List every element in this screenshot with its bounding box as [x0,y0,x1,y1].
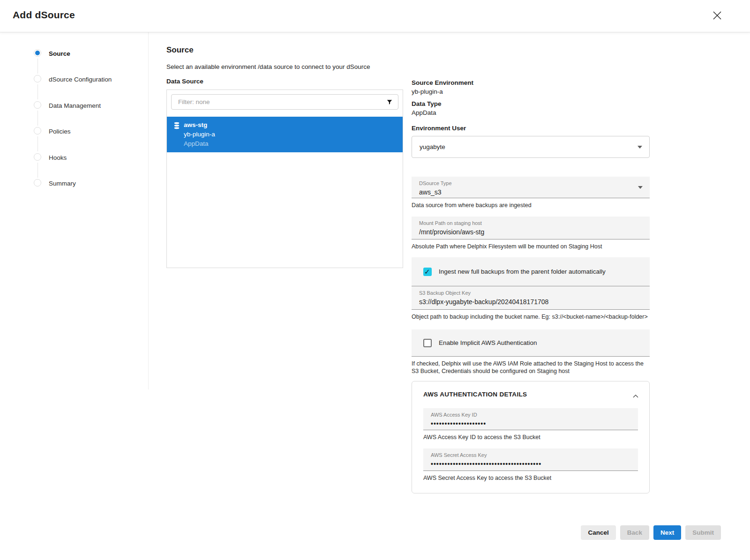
environment-user-value: yugabyte [420,143,445,150]
implicit-auth-label: Enable Implicit AWS Authentication [439,339,537,346]
aws-secret-key-value: •••••••••••••••••••••••••••••••••••••••• [431,460,619,468]
step-dot-icon [34,101,41,109]
mount-path-label: Mount Path on staging host [419,220,631,226]
source-step-content: Source Select an available environment /… [166,45,403,268]
s3-backup-key-value: s3://dlpx-yugabyte-backup/20240418171708 [419,298,631,306]
step-dot-icon [34,153,41,161]
data-type-field: Data Type AppData [412,100,650,117]
mount-path-input[interactable]: Mount Path on staging host /mnt/provisio… [412,217,650,239]
dsource-type-select[interactable]: DSource Type aws_s3 [412,177,650,198]
implicit-auth-checkbox[interactable] [423,339,432,347]
close-icon[interactable] [712,10,723,21]
data-source-item-aws-stg[interactable]: aws-stg yb-plugin-a AppData [167,117,403,152]
page-title: Source [166,45,403,55]
next-button[interactable]: Next [653,525,681,540]
wizard-sidebar: Source dSource Configuration Data Manage… [0,32,149,389]
mount-path-helper: Absolute Path where Delphix Filesystem w… [412,243,650,250]
data-source-label: Data Source [166,78,403,85]
dsource-type-value: aws_s3 [419,188,631,196]
aws-secret-key-input[interactable]: AWS Secret Access Key ••••••••••••••••••… [423,448,638,471]
aws-auth-heading: AWS AUTHENTICATION DETAILS [423,391,638,398]
dialog-title: Add dSource [13,9,75,21]
source-environment-label: Source Environment [412,79,650,87]
data-source-item-type: AppData [184,140,215,148]
filter-funnel-icon[interactable] [386,99,393,107]
s3-backup-key-input[interactable]: S3 Backup Object Key s3://dlpx-yugabyte-… [412,286,650,310]
step-label: Policies [49,128,71,135]
aws-access-key-label: AWS Access Key ID [431,412,619,418]
dialog-footer: Cancel Back Next Submit [581,525,721,540]
step-hooks[interactable]: Hooks [34,153,112,179]
step-dot-icon [34,127,41,134]
ingest-backups-checkbox[interactable] [423,268,432,276]
chevron-down-icon [638,146,642,149]
step-source[interactable]: Source [34,49,112,75]
page-subtitle: Select an available environment /data so… [166,63,403,70]
aws-secret-key-helper: AWS Secret Access Key to access the S3 B… [423,474,638,482]
aws-access-key-helper: AWS Access Key ID to access the S3 Bucke… [423,433,638,441]
add-dsource-dialog: Add dSource Source dSource Configuration… [0,0,750,560]
step-dot-icon [34,179,41,187]
dsource-type-helper: Data source from where backups are inges… [412,202,650,209]
step-label: Hooks [49,154,67,161]
aws-access-key-value: •••••••••••••••••••• [431,419,619,428]
data-source-item-text: aws-stg yb-plugin-a AppData [184,121,215,152]
data-source-list: aws-stg yb-plugin-a AppData [166,90,403,268]
chevron-down-icon [638,186,643,189]
ingest-backups-label: Ingest new full backups from the parent … [439,268,606,275]
source-environment-field: Source Environment yb-plugin-a [412,79,650,96]
environment-user-select[interactable]: yugabyte [412,136,650,158]
step-dsource-configuration[interactable]: dSource Configuration [34,75,112,101]
aws-authentication-details-card: AWS AUTHENTICATION DETAILS AWS Access Ke… [412,381,650,493]
source-environment-value: yb-plugin-a [412,88,650,96]
aws-access-key-input[interactable]: AWS Access Key ID •••••••••••••••••••• [423,408,638,430]
step-active-dot-icon [34,49,41,57]
database-icon [173,121,184,152]
source-details-panel: Source Environment yb-plugin-a Data Type… [412,79,650,493]
implicit-auth-row: Enable Implicit AWS Authentication [412,329,650,357]
cancel-button[interactable]: Cancel [581,525,615,540]
mount-path-value: /mnt/provision/aws-stg [419,228,631,236]
data-source-item-name: aws-stg [184,121,215,129]
s3-backup-key-helper: Object path to backup including the buck… [412,313,650,321]
step-policies[interactable]: Policies [34,127,112,153]
step-data-management[interactable]: Data Management [34,101,112,127]
data-type-value: AppData [412,109,650,117]
aws-secret-key-label: AWS Secret Access Key [431,452,619,458]
step-summary[interactable]: Summary [34,179,112,205]
environment-user-label: Environment User [412,125,650,132]
ingest-backups-row: Ingest new full backups from the parent … [412,257,650,286]
step-label: Summary [49,180,76,187]
step-label: Source [49,50,70,57]
data-type-label: Data Type [412,100,650,108]
data-source-filter-input[interactable] [177,98,382,106]
dsource-type-label: DSource Type [419,180,631,187]
step-label: Data Management [49,102,101,109]
wizard-stepper: Source dSource Configuration Data Manage… [34,49,112,205]
data-source-item-environment: yb-plugin-a [184,131,215,138]
step-label: dSource Configuration [49,76,112,83]
step-dot-icon [34,75,41,82]
dialog-header: Add dSource [0,0,750,32]
back-button[interactable]: Back [620,525,649,540]
data-source-filter [171,94,398,110]
implicit-auth-helper: If checked, Delphix will use the AWS IAM… [412,360,650,375]
submit-button[interactable]: Submit [685,525,721,540]
s3-backup-key-label: S3 Backup Object Key [419,290,631,296]
chevron-up-icon[interactable] [632,392,639,396]
